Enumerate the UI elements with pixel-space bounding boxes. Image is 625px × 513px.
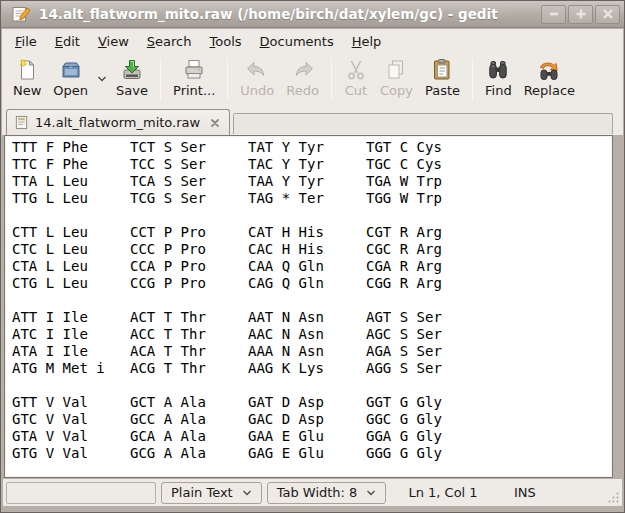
copy-button: Copy [374,56,419,99]
open-dropdown-button[interactable] [94,56,110,102]
titlebar[interactable]: 14.alt_flatworm_mito.raw (/home/birch/da… [1,1,624,28]
editor-area: TTT F Phe TCT S Ser TAT Y Tyr TGT C Cys … [4,135,613,478]
replace-icon [537,58,561,82]
find-icon [486,58,510,82]
maximize-icon [574,9,588,19]
document-icon [14,115,29,130]
gedit-app-icon [11,4,31,24]
toolbar-separator [472,58,473,100]
statusbar-message-area [6,482,156,504]
open-button[interactable]: Open [47,56,94,99]
close-icon [601,9,615,19]
cut-icon [344,58,368,82]
menu-file[interactable]: File [6,29,46,53]
close-button[interactable] [595,5,620,24]
menubar: File Edit View Search Tools Documents He… [2,29,623,53]
resize-grip[interactable] [607,491,620,504]
window-controls [541,5,620,24]
toolbar-separator [331,58,332,100]
tab-close-button[interactable] [206,114,223,131]
statusbar: Plain Text Tab Width: 8 Ln 1, Col 1 INS [3,479,622,506]
gedit-window: 14.alt_flatworm_mito.raw (/home/birch/da… [0,0,625,513]
print-icon [182,58,206,82]
redo-icon [291,58,315,82]
undo-button: Undo [234,56,280,99]
chevron-down-icon [97,76,107,82]
window-title: 14.alt_flatworm_mito.raw (/home/birch/da… [39,6,541,22]
copy-icon [384,58,408,82]
active-tab[interactable]: 14.alt_flatworm_mito.raw [6,109,230,135]
replace-button[interactable]: Replace [518,56,581,99]
tab-strip-empty-area [233,113,613,134]
save-button[interactable]: Save [110,56,154,99]
save-icon [120,58,144,82]
language-selector[interactable]: Plain Text [161,482,262,504]
cut-button: Cut [338,56,374,99]
find-button[interactable]: Find [479,56,518,99]
chevron-down-icon [242,490,252,496]
chevron-down-icon [366,490,376,496]
close-icon [210,118,220,128]
menu-help[interactable]: Help [343,29,391,53]
tab-label: 14.alt_flatworm_mito.raw [35,115,200,130]
menu-edit[interactable]: Edit [46,29,89,53]
insert-mode-indicator: INS [514,485,619,500]
print-button[interactable]: Print... [167,56,221,99]
tab-width-selector[interactable]: Tab Width: 8 [267,482,387,504]
menu-tools[interactable]: Tools [201,29,251,53]
menu-search[interactable]: Search [138,29,201,53]
menu-documents[interactable]: Documents [251,29,343,53]
new-button[interactable]: New [7,56,47,99]
minimize-icon [547,9,561,19]
minimize-button[interactable] [541,5,566,24]
paste-icon [430,58,454,82]
new-document-icon [15,58,39,82]
toolbar-separator [227,58,228,100]
paste-button[interactable]: Paste [419,56,466,99]
open-document-icon [59,58,83,82]
cursor-position: Ln 1, Col 1 [386,485,514,500]
undo-icon [245,58,269,82]
tab-bar: 14.alt_flatworm_mito.raw [2,108,623,135]
maximize-button[interactable] [568,5,593,24]
toolbar: New Open Save [2,53,623,108]
text-editor-content[interactable]: TTT F Phe TCT S Ser TAT Y Tyr TGT C Cys … [5,136,612,462]
menu-view[interactable]: View [89,29,138,53]
redo-button: Redo [280,56,325,99]
toolbar-separator [160,58,161,100]
